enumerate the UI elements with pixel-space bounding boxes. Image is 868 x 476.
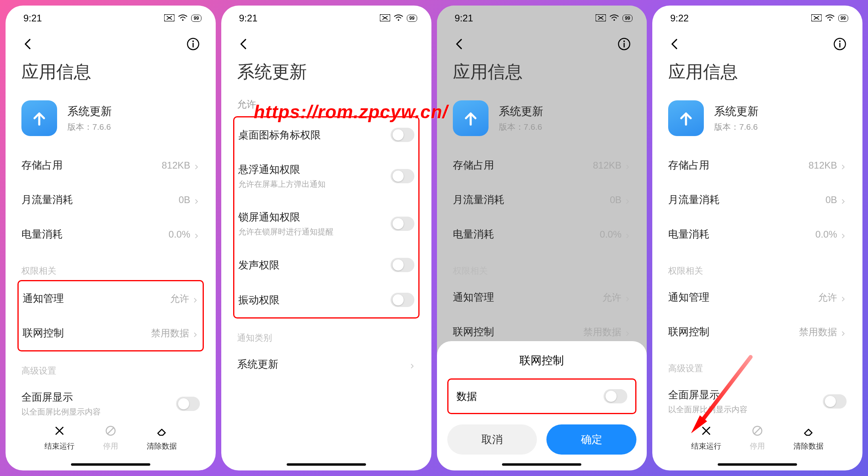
row-storage: 存储占用 812KB [449,148,635,182]
row-power[interactable]: 电量消耗 0.0% [664,217,851,251]
row-storage[interactable]: 存储占用 812KB [664,148,851,182]
app-meta: 系统更新 版本：7.6.6 [714,104,759,132]
row-vibra[interactable]: 振动权限 [234,282,418,317]
toggle-vibra[interactable] [391,293,414,307]
row-network-control[interactable]: 联网控制 禁用数据 [664,315,851,349]
ok-button[interactable]: 确定 [546,424,636,455]
eraser-icon [156,425,168,439]
no-sim-icon [596,13,606,24]
bottom-actions: 结束运行 停用 清除数据 [652,425,862,459]
toggle-badge[interactable] [391,128,414,142]
battery-icon: 99 [191,15,201,22]
sheet-row-label: 数据 [456,390,477,403]
back-button[interactable] [668,37,682,52]
section-permissions: 权限相关 [17,251,204,280]
action-disable[interactable]: 停用 [103,425,118,451]
chevron-right-icon [624,328,631,336]
info-button[interactable] [833,37,847,52]
chevron-right-icon [839,328,847,336]
row-sound[interactable]: 发声权限 [234,248,418,282]
screen-4-app-info-arrow: 9:22 99 应用信息 系统更新 版本：7.6.6 存储占用 812KB 月流… [652,6,862,470]
svg-line-8 [107,428,113,434]
row-lock[interactable]: 锁屏通知权限 允许在锁屏时进行通知提醒 [234,200,418,248]
home-indicator[interactable] [287,463,366,466]
section-permissions: 权限相关 [449,251,635,280]
toggle-fullscreen[interactable] [823,394,847,409]
row-label: 存储占用 [453,158,494,172]
svg-point-25 [839,40,841,42]
info-button[interactable] [186,37,200,52]
row-float[interactable]: 悬浮通知权限 允许在屏幕上方弹出通知 [234,152,418,200]
action-force-stop[interactable]: 结束运行 [691,425,721,451]
row-badge[interactable]: 桌面图标角标权限 [234,117,418,152]
disable-icon [105,425,117,439]
row-label: 锁屏通知权限 [238,210,333,224]
page-title: 系统更新 [221,56,431,96]
wifi-icon [178,13,188,24]
bottom-actions: 结束运行 停用 清除数据 [6,425,216,459]
row-fullscreen[interactable]: 全面屏显示 以全面屏比例显示内容 [664,378,851,425]
row-label: 存储占用 [668,158,709,172]
status-bar: 9:22 99 [652,6,862,26]
wifi-icon [825,13,835,24]
row-value: 禁用数据 [583,326,621,338]
back-button[interactable] [453,37,466,52]
toggle-fullscreen[interactable] [176,397,200,411]
row-data-usage[interactable]: 月流量消耗 0B [17,182,204,217]
row-label: 月流量消耗 [668,193,720,207]
toggle-float[interactable] [391,169,414,183]
back-button[interactable] [21,37,35,52]
toggle-sound[interactable] [391,258,414,272]
row-data-usage[interactable]: 月流量消耗 0B [664,182,851,217]
row-label: 桌面图标角标权限 [238,128,321,142]
app-version: 版本：7.6.6 [67,121,112,132]
app-name: 系统更新 [714,104,759,119]
row-storage[interactable]: 存储占用 812KB [17,148,204,182]
app-meta: 系统更新 版本：7.6.6 [499,104,543,132]
chevron-right-icon [839,196,847,203]
chevron-right-icon [192,295,199,302]
action-clear-data[interactable]: 清除数据 [793,425,824,451]
row-label: 存储占用 [21,158,63,172]
info-button[interactable] [617,37,631,52]
close-icon [700,425,712,439]
row-value: 0B [826,194,837,205]
home-indicator[interactable] [71,463,150,466]
cancel-button[interactable]: 取消 [447,424,537,455]
battery-icon: 99 [623,15,632,22]
app-version: 版本：7.6.6 [714,121,759,132]
row-fullscreen[interactable]: 全面屏显示 以全面屏比例显示内容 [17,380,204,428]
row-network-control[interactable]: 联网控制 禁用数据 [19,316,203,350]
toggle-lock[interactable] [391,217,414,231]
row-label: 联网控制 [453,325,494,339]
row-label: 联网控制 [23,326,64,340]
action-clear-data[interactable]: 清除数据 [147,425,177,451]
row-notify-management: 通知管理 允许 [449,280,635,315]
action-disable[interactable]: 停用 [750,425,765,451]
row-value: 允许 [170,292,189,305]
home-indicator[interactable] [718,463,797,466]
row-notify-management[interactable]: 通知管理 允许 [19,281,203,316]
screen-2-system-update-notify: 9:21 99 系统更新 允许 桌面图标角标权限 悬浮通知权限 允许在屏幕上方弹… [221,6,431,470]
chevron-right-icon [839,162,847,169]
row-label: 电量消耗 [21,227,63,241]
row-label: 发声权限 [238,258,280,272]
app-header-row: 系统更新 版本：7.6.6 [437,96,647,148]
page-title: 应用信息 [437,56,647,96]
back-button[interactable] [237,37,251,52]
status-time: 9:22 [670,13,689,24]
page-title: 应用信息 [6,56,216,96]
row-label: 联网控制 [668,325,709,339]
action-force-stop[interactable]: 结束运行 [44,425,75,451]
row-notify-management[interactable]: 通知管理 允许 [664,280,851,315]
battery-icon: 99 [838,15,848,22]
row-category-sysupdate[interactable]: 系统更新 [233,347,420,382]
toggle-data[interactable] [604,389,627,403]
action-label: 清除数据 [147,441,177,451]
status-bar: 9:21 99 [6,6,216,26]
home-indicator[interactable] [502,463,581,466]
row-power[interactable]: 电量消耗 0.0% [17,217,204,251]
sheet-row-data[interactable]: 数据 [448,380,636,413]
no-sim-icon [811,13,822,24]
row-label: 月流量消耗 [453,193,504,207]
